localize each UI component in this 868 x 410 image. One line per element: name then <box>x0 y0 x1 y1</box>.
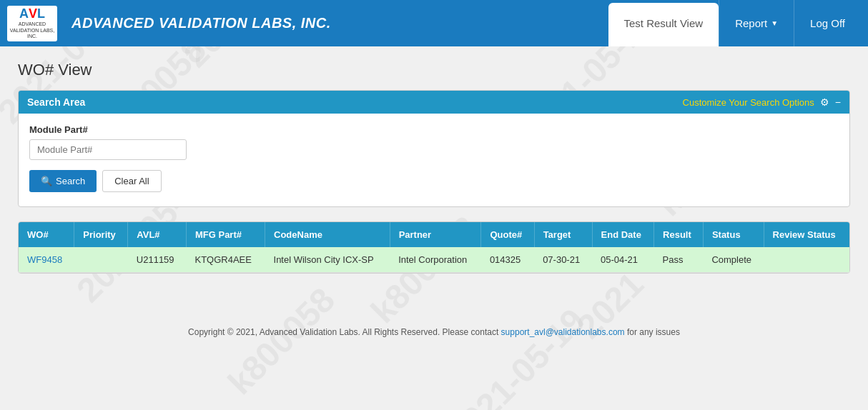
col-review-status: Review Status <box>764 222 849 247</box>
report-dropdown-arrow: ▼ <box>771 19 778 27</box>
search-area: Search Area Customize Your Search Option… <box>18 90 850 207</box>
header-nav: Test Result View Report ▼ Log Off <box>608 0 861 46</box>
logo-box: A V L ADVANCEDVALIDATION LABS, INC. <box>7 6 57 41</box>
cell-avl: U211159 <box>128 247 187 273</box>
collapse-icon[interactable]: − <box>835 96 841 108</box>
logo-letter-v: V <box>29 6 37 21</box>
cell-wo: WF9458 <box>19 247 74 273</box>
table-header: WO# Priority AVL# MFG Part# CodeName Par… <box>19 222 849 247</box>
search-area-body: Module Part# 🔍 Search Clear All <box>19 114 849 206</box>
page-content: WO# View Search Area Customize Your Sear… <box>0 46 868 288</box>
footer-text-after: for any issues <box>625 327 680 337</box>
col-end-date: End Date <box>592 222 654 247</box>
wo-link[interactable]: WF9458 <box>27 254 62 265</box>
cell-partner: Intel Corporation <box>390 247 481 273</box>
header: A V L ADVANCEDVALIDATION LABS, INC. ADVA… <box>0 0 868 46</box>
logo-area: A V L ADVANCEDVALIDATION LABS, INC. <box>7 6 57 41</box>
cell-priority <box>74 247 128 273</box>
footer-email-link[interactable]: support_avl@validationlabs.com <box>501 327 625 337</box>
col-result: Result <box>654 222 704 247</box>
table-row: WF9458 U211159 KTQGR4AEE Intel Wilson Ci… <box>19 247 849 273</box>
cell-mfg-part: KTQGR4AEE <box>186 247 265 273</box>
footer: Copyright © 2021, Advanced Validation La… <box>0 316 868 348</box>
results-table: WO# Priority AVL# MFG Part# CodeName Par… <box>19 222 849 273</box>
search-area-controls: Customize Your Search Options ⚙ − <box>683 96 841 108</box>
logo-letter-l: L <box>37 6 45 21</box>
module-part-input[interactable] <box>29 139 187 160</box>
table-header-row: WO# Priority AVL# MFG Part# CodeName Par… <box>19 222 849 247</box>
logo-avl: A V L <box>19 6 45 21</box>
table-body: WF9458 U211159 KTQGR4AEE Intel Wilson Ci… <box>19 247 849 273</box>
logo-letter-a: A <box>19 6 29 21</box>
logo-small-text: ADVANCEDVALIDATION LABS, INC. <box>9 21 56 39</box>
col-partner: Partner <box>390 222 481 247</box>
col-wo: WO# <box>19 222 74 247</box>
nav-log-off[interactable]: Log Off <box>794 0 861 46</box>
nav-report[interactable]: Report ▼ <box>719 0 794 46</box>
search-buttons: 🔍 Search Clear All <box>29 170 839 192</box>
cell-quote: 014325 <box>481 247 534 273</box>
page-title: WO# View <box>18 61 850 79</box>
results-table-container: WO# Priority AVL# MFG Part# CodeName Par… <box>18 221 850 274</box>
search-area-title: Search Area <box>27 96 85 108</box>
module-part-label: Module Part# <box>29 124 839 135</box>
col-avl: AVL# <box>128 222 187 247</box>
clear-button[interactable]: Clear All <box>102 170 161 192</box>
cell-codename: Intel Wilson City ICX-SP <box>265 247 390 273</box>
nav-test-result-view[interactable]: Test Result View <box>608 3 719 46</box>
cell-review-status <box>764 247 849 273</box>
gear-icon[interactable]: ⚙ <box>820 96 829 108</box>
cell-status: Complete <box>703 247 764 273</box>
company-name: ADVANCED VALIDATION LABS, INC. <box>71 15 331 31</box>
search-area-header: Search Area Customize Your Search Option… <box>19 91 849 114</box>
cell-target: 07-30-21 <box>534 247 592 273</box>
search-button[interactable]: 🔍 Search <box>29 170 97 192</box>
col-quote: Quote# <box>481 222 534 247</box>
col-codename: CodeName <box>265 222 390 247</box>
col-priority: Priority <box>74 222 128 247</box>
col-status: Status <box>703 222 764 247</box>
cell-end-date: 05-04-21 <box>592 247 654 273</box>
search-icon: 🔍 <box>41 176 52 186</box>
footer-text-before: Copyright © 2021, Advanced Validation La… <box>188 327 501 337</box>
col-mfg-part: MFG Part# <box>186 222 265 247</box>
customize-link[interactable]: Customize Your Search Options <box>683 97 814 108</box>
cell-result: Pass <box>654 247 704 273</box>
col-target: Target <box>534 222 592 247</box>
